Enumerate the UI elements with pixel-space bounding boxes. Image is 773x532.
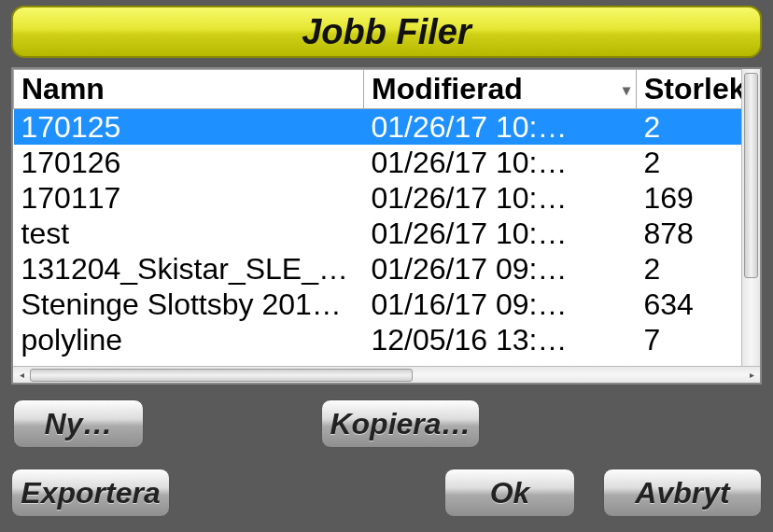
cell-size: 7 (637, 322, 742, 357)
table-row[interactable]: Steninge Slottsby 2017-…01/16/17 09:…634 (14, 287, 742, 322)
title-bar: Jobb Filer (11, 6, 762, 58)
horizontal-scrollbar[interactable]: ◂ ▸ (13, 366, 760, 383)
cell-name: 170125 (14, 109, 364, 146)
cell-name: test (14, 216, 364, 251)
vertical-scrollbar[interactable] (741, 69, 760, 366)
table-row[interactable]: test01/26/17 10:…878 (14, 216, 742, 251)
copy-button[interactable]: Kopiera… (321, 399, 480, 448)
hscroll-track[interactable] (30, 369, 743, 382)
cell-size: 2 (637, 251, 742, 287)
hscroll-left-arrow-icon[interactable]: ◂ (13, 368, 30, 383)
button-bar: Ny… Kopiera… Exportera Ok Avbryt (11, 399, 762, 530)
cell-size: 634 (637, 287, 742, 322)
cell-modified: 12/05/16 13:… (364, 322, 637, 357)
cell-modified: 01/26/17 10:… (364, 109, 637, 146)
cell-name: Steninge Slottsby 2017-… (14, 287, 364, 322)
cell-modified: 01/26/17 09:… (364, 251, 637, 287)
cell-size: 878 (637, 216, 742, 251)
table-row[interactable]: 17012501/26/17 10:…2 (14, 109, 742, 146)
table-row[interactable]: polyline12/05/16 13:…7 (14, 322, 742, 357)
ok-button[interactable]: Ok (444, 469, 575, 517)
cell-modified: 01/16/17 09:… (364, 287, 637, 322)
cell-size: 2 (637, 109, 742, 146)
cell-name: polyline (14, 322, 364, 357)
table-header-row: Namn Modifierad ▾ Storlek (14, 70, 742, 109)
hscroll-thumb[interactable] (30, 369, 413, 382)
cell-size: 169 (637, 180, 742, 216)
table-row[interactable]: 131204_Skistar_SLE_…01/26/17 09:…2 (14, 251, 742, 287)
col-header-modified[interactable]: Modifierad ▾ (364, 70, 637, 109)
dialog-title: Jobb Filer (302, 12, 471, 52)
cell-modified: 01/26/17 10:… (364, 216, 637, 251)
file-table: Namn Modifierad ▾ Storlek 17012501/26/17… (11, 67, 762, 385)
file-list-table: Namn Modifierad ▾ Storlek 17012501/26/17… (13, 69, 741, 357)
export-button[interactable]: Exportera (11, 469, 170, 517)
table-row[interactable]: 17011701/26/17 10:…169 (14, 180, 742, 216)
cancel-button[interactable]: Avbryt (603, 469, 762, 517)
cell-modified: 01/26/17 10:… (364, 145, 637, 180)
vertical-scrollbar-thumb[interactable] (744, 73, 758, 278)
table-row[interactable]: 17012601/26/17 10:…2 (14, 145, 742, 180)
sort-desc-icon: ▾ (623, 80, 630, 98)
hscroll-right-arrow-icon[interactable]: ▸ (743, 368, 760, 383)
cell-name: 131204_Skistar_SLE_… (14, 251, 364, 287)
cell-modified: 01/26/17 10:… (364, 180, 637, 216)
col-header-name[interactable]: Namn (14, 70, 364, 109)
cell-size: 2 (637, 145, 742, 180)
col-header-size[interactable]: Storlek (637, 70, 742, 109)
cell-name: 170126 (14, 145, 364, 180)
cell-name: 170117 (14, 180, 364, 216)
new-button[interactable]: Ny… (13, 399, 144, 448)
